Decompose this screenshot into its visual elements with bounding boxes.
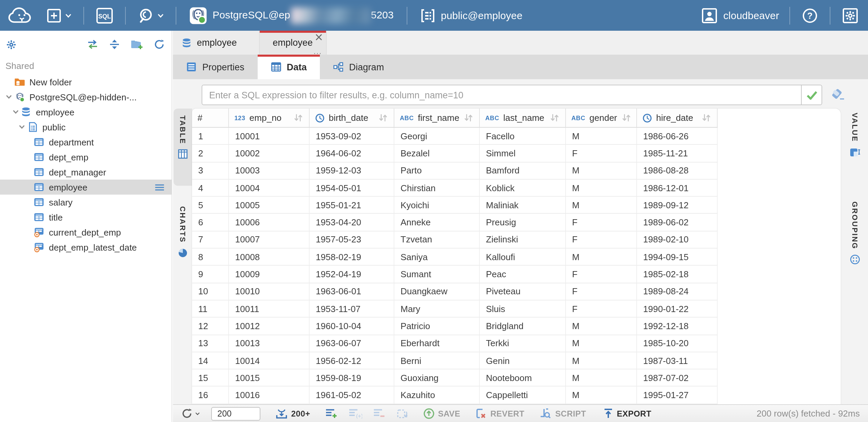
row-number-cell[interactable]: 9 [192, 266, 229, 283]
data-cell-birth_date[interactable]: 1964-06-02 [310, 145, 394, 162]
data-cell-first_name[interactable]: Kyoichi [394, 197, 480, 213]
data-cell-gender[interactable]: F [566, 214, 637, 231]
chevron-down-icon[interactable] [17, 122, 27, 132]
data-cell-birth_date[interactable]: 1958-02-19 [310, 249, 394, 265]
data-cell-last_name[interactable]: Nooteboom [480, 369, 566, 386]
data-cell-last_name[interactable]: Facello [480, 128, 566, 144]
data-cell-gender[interactable]: F [566, 283, 637, 300]
data-cell-birth_date[interactable]: 1953-09-02 [310, 128, 394, 144]
data-cell-hire_date[interactable]: 1989-02-10 [637, 231, 718, 248]
data-cell-emp_no[interactable]: 10006 [229, 214, 310, 231]
tree-item-employee[interactable]: employee [0, 180, 172, 195]
data-cell-emp_no[interactable]: 10001 [229, 128, 310, 144]
data-cell-last_name[interactable]: Peac [480, 266, 566, 283]
tree-item-dept-manager[interactable]: dept_manager [0, 165, 172, 180]
tree-item-salary[interactable]: salary [0, 195, 172, 210]
data-cell-hire_date[interactable]: 1992-12-18 [637, 318, 718, 335]
tree-item-title[interactable]: title [0, 210, 172, 225]
data-cell-last_name[interactable]: Cappelletti [480, 387, 566, 404]
data-cell-birth_date[interactable]: 1953-04-20 [310, 214, 394, 231]
row-number-cell[interactable]: 7 [192, 231, 229, 248]
data-cell-gender[interactable]: M [566, 352, 637, 369]
data-cell-gender[interactable]: M [566, 180, 637, 196]
tree-item-postgresql-ep-hidden-[interactable]: PostgreSQL@ep-hidden-... [0, 89, 172, 104]
data-cell-gender[interactable]: M [566, 318, 637, 335]
data-cell-hire_date[interactable]: 1989-08-24 [637, 283, 718, 300]
close-tab-icon[interactable] [315, 33, 323, 41]
data-cell-last_name[interactable]: Simmel [480, 145, 566, 162]
sort-arrows-icon[interactable] [621, 113, 632, 122]
sort-arrows-icon[interactable] [463, 113, 474, 122]
column-header-last_name[interactable]: ABClast_name [480, 109, 566, 127]
tree-item-dept-emp-latest-date[interactable]: dept_emp_latest_date [0, 240, 172, 255]
tab-employee-database[interactable]: employee [173, 31, 260, 55]
data-cell-emp_no[interactable]: 10013 [229, 335, 310, 352]
user-menu[interactable]: cloudbeaver [697, 7, 783, 24]
row-number-cell[interactable]: 5 [192, 197, 229, 213]
data-cell-birth_date[interactable]: 1963-06-01 [310, 283, 394, 300]
data-cell-emp_no[interactable]: 10003 [229, 162, 310, 179]
script-button[interactable]: SCRIPT [540, 408, 586, 419]
presentation-tab-charts[interactable]: CHARTS [174, 199, 192, 279]
row-number-cell[interactable]: 11 [192, 300, 229, 317]
data-cell-emp_no[interactable]: 10002 [229, 145, 310, 162]
data-cell-last_name[interactable]: Koblick [480, 180, 566, 196]
data-cell-emp_no[interactable]: 10004 [229, 180, 310, 196]
data-cell-first_name[interactable]: Bezalel [394, 145, 480, 162]
tree-item-new-folder[interactable]: New folder [0, 74, 172, 89]
column-header-first_name[interactable]: ABCfirst_name [394, 109, 480, 127]
data-cell-birth_date[interactable]: 1959-08-19 [310, 369, 394, 386]
data-cell-first_name[interactable]: Berni [394, 352, 480, 369]
data-cell-last_name[interactable]: Bamford [480, 162, 566, 179]
sidebar-settings-button[interactable] [5, 39, 17, 50]
data-cell-birth_date[interactable]: 1954-05-01 [310, 180, 394, 196]
data-cell-last_name[interactable]: Preusig [480, 214, 566, 231]
link-to-editor-button[interactable] [87, 39, 98, 50]
connection-selector[interactable]: PostgreSQL@ep5203 [182, 0, 401, 31]
row-number-cell[interactable]: 13 [192, 335, 229, 352]
data-cell-hire_date[interactable]: 1985-11-21 [637, 145, 718, 162]
connection-driver-button[interactable] [132, 0, 169, 31]
tab-diagram[interactable]: Diagram [320, 55, 397, 79]
data-cell-emp_no[interactable]: 10005 [229, 197, 310, 213]
data-cell-first_name[interactable]: Saniya [394, 249, 480, 265]
tab-properties[interactable]: Properties [173, 55, 257, 79]
tab-employee-table[interactable]: employee ... [260, 31, 327, 55]
schema-selector[interactable]: public@employee [413, 0, 529, 31]
data-cell-first_name[interactable]: Guoxiang [394, 369, 480, 386]
delete-row-button[interactable] [373, 408, 385, 419]
data-cell-birth_date[interactable]: 1960-10-04 [310, 318, 394, 335]
row-number-cell[interactable]: 8 [192, 249, 229, 265]
data-cell-hire_date[interactable]: 1985-10-20 [637, 335, 718, 352]
data-cell-last_name[interactable]: Kalloufi [480, 249, 566, 265]
presentation-tab-table[interactable]: TABLE [174, 109, 192, 186]
tab-overflow-indicator[interactable]: ... [314, 48, 322, 55]
revert-button[interactable]: REVERT [475, 408, 525, 419]
data-cell-emp_no[interactable]: 10012 [229, 318, 310, 335]
data-cell-gender[interactable]: M [566, 249, 637, 265]
duplicate-row-button[interactable]: (+) [349, 408, 362, 419]
data-cell-hire_date[interactable]: 1986-06-26 [637, 128, 718, 144]
row-menu-icon[interactable] [154, 183, 165, 191]
data-cell-first_name[interactable]: Anneke [394, 214, 480, 231]
help-button[interactable]: ? [796, 0, 824, 31]
data-cell-emp_no[interactable]: 10008 [229, 249, 310, 265]
row-number-cell[interactable]: 4 [192, 180, 229, 196]
collapse-all-button[interactable] [109, 39, 120, 50]
apply-filter-button[interactable] [801, 85, 822, 104]
tab-data[interactable]: Data [257, 55, 320, 79]
column-header-gender[interactable]: ABCgender [566, 109, 637, 127]
column-header-hire_date[interactable]: hire_date [637, 109, 718, 127]
data-cell-first_name[interactable]: Kazuhito [394, 387, 480, 404]
data-cell-emp_no[interactable]: 10010 [229, 283, 310, 300]
data-cell-last_name[interactable]: Terkki [480, 335, 566, 352]
fetch-size-input[interactable] [211, 407, 260, 420]
data-cell-gender[interactable]: M [566, 335, 637, 352]
data-cell-hire_date[interactable]: 1990-01-22 [637, 300, 718, 317]
data-cell-gender[interactable]: M [566, 369, 637, 386]
data-cell-last_name[interactable]: Bridgland [480, 318, 566, 335]
row-number-cell[interactable]: 15 [192, 369, 229, 386]
row-number-cell[interactable]: 12 [192, 318, 229, 335]
sort-arrows-icon[interactable] [550, 113, 560, 122]
data-cell-first_name[interactable]: Parto [394, 162, 480, 179]
